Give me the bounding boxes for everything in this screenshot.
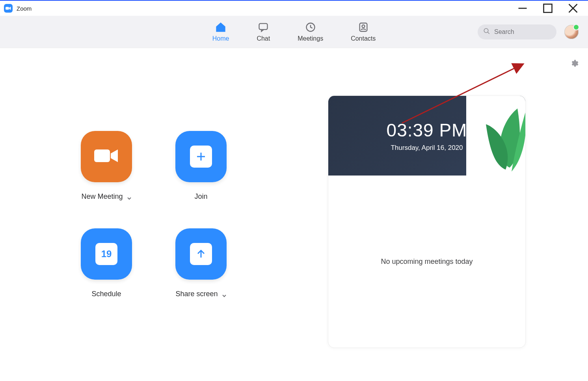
home-action-grid: New Meeting Join 19 (71, 131, 236, 298)
current-date: Thursday, April 16, 2020 (391, 144, 463, 152)
tab-label: Contacts (351, 35, 376, 42)
clock-icon (305, 22, 316, 33)
nav-bar: Home Chat Meetings Contacts Search (0, 16, 588, 48)
meetings-panel: 03:39 PM Thursday, April 16, 2020 No upc… (328, 95, 526, 348)
svg-rect-11 (94, 149, 110, 162)
home-icon (215, 22, 226, 33)
calendar-icon: 19 (95, 243, 117, 265)
content-area: New Meeting Join 19 (0, 48, 588, 381)
share-screen-label-row[interactable]: Share screen (175, 290, 226, 298)
schedule-label-row: Schedule (91, 290, 121, 298)
close-button[interactable] (568, 3, 579, 14)
title-bar: Zoom (0, 1, 588, 16)
contacts-icon (358, 22, 369, 33)
tab-contacts[interactable]: Contacts (351, 22, 376, 42)
action-label: Join (194, 192, 207, 201)
new-meeting-button[interactable] (81, 131, 132, 182)
current-time: 03:39 PM (387, 120, 467, 141)
schedule-action: 19 Schedule (71, 228, 142, 298)
panel-body: No upcoming meetings today (328, 176, 525, 347)
tab-meetings[interactable]: Meetings (298, 22, 323, 42)
arrow-up-icon (190, 243, 212, 265)
video-icon (93, 147, 119, 166)
gear-icon (570, 62, 579, 69)
chevron-down-icon (222, 292, 227, 297)
svg-rect-0 (6, 7, 9, 10)
share-screen-button[interactable] (175, 228, 227, 280)
plus-icon (190, 146, 212, 168)
window-title: Zoom (17, 5, 32, 12)
new-meeting-action: New Meeting (71, 131, 142, 201)
share-screen-action: Share screen (166, 228, 236, 298)
search-placeholder: Search (494, 28, 514, 35)
no-meetings-message: No upcoming meetings today (381, 258, 473, 266)
minimize-button[interactable] (517, 3, 528, 14)
action-label: Share screen (175, 290, 218, 298)
svg-point-8 (362, 25, 365, 28)
tab-chat[interactable]: Chat (257, 22, 270, 42)
tab-label: Meetings (298, 35, 323, 42)
action-label: New Meeting (81, 192, 123, 201)
user-avatar[interactable] (564, 25, 579, 39)
tab-label: Home (212, 35, 229, 42)
new-meeting-label-row[interactable]: New Meeting (81, 192, 131, 201)
action-label: Schedule (91, 290, 121, 298)
panel-hero: 03:39 PM Thursday, April 16, 2020 (328, 96, 525, 176)
tab-home[interactable]: Home (212, 22, 229, 42)
tab-label: Chat (257, 35, 270, 42)
settings-button[interactable] (570, 59, 579, 68)
join-action: Join (166, 131, 236, 201)
svg-line-10 (488, 32, 489, 34)
search-input[interactable]: Search (478, 24, 556, 39)
maximize-button[interactable] (542, 3, 553, 14)
search-icon (483, 28, 490, 36)
zoom-app-icon (4, 4, 13, 13)
chat-icon (258, 22, 269, 33)
join-button[interactable] (175, 131, 227, 182)
plant-illustration (458, 97, 525, 176)
svg-rect-5 (259, 23, 268, 29)
schedule-button[interactable]: 19 (81, 228, 132, 280)
chevron-down-icon (127, 194, 132, 199)
svg-rect-2 (544, 4, 552, 13)
svg-point-9 (484, 28, 488, 33)
join-label-row: Join (194, 192, 207, 201)
